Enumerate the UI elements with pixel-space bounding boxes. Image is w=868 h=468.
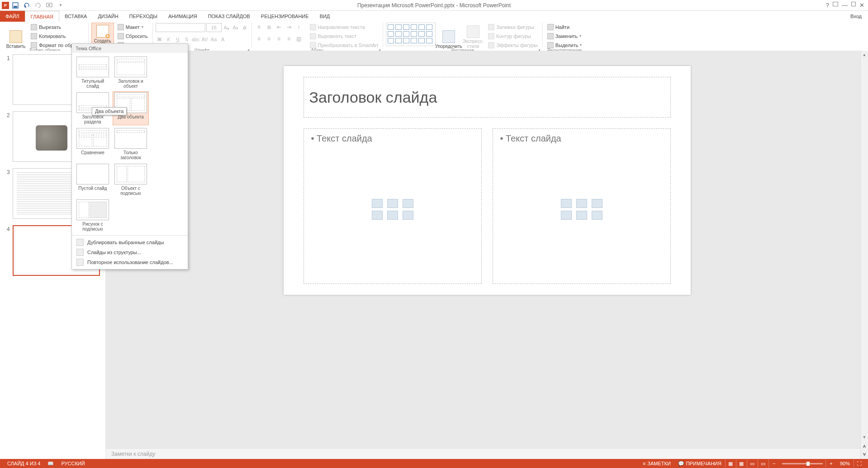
ribbon-display-button[interactable] bbox=[833, 2, 838, 6]
vertical-scrollbar[interactable]: ▲ ▼ ⮝ ⮟ bbox=[860, 51, 868, 459]
layout-title-only[interactable]: Только заголовок bbox=[113, 127, 149, 161]
start-slideshow-button[interactable] bbox=[44, 0, 54, 10]
notes-pane[interactable]: Заметки к слайду bbox=[106, 448, 868, 459]
line-spacing-button[interactable]: ↕ bbox=[294, 23, 304, 32]
reuse-slides-item[interactable]: Повторное использование слайдов... bbox=[72, 257, 188, 267]
shape-icon[interactable] bbox=[403, 38, 409, 43]
fit-to-window-button[interactable]: ⛶ bbox=[854, 459, 864, 468]
tab-design[interactable]: ДИЗАЙН bbox=[92, 11, 123, 22]
layout-title-and-content[interactable]: Заголовок и объект bbox=[113, 56, 149, 90]
increase-indent-button[interactable]: ⇥ bbox=[285, 23, 294, 32]
slide-counter[interactable]: СЛАЙД 4 ИЗ 4 bbox=[4, 461, 44, 466]
shape-icon[interactable] bbox=[388, 38, 394, 43]
shape-icon[interactable] bbox=[418, 38, 425, 43]
insert-online-picture-icon[interactable] bbox=[576, 211, 587, 220]
shape-icon[interactable] bbox=[426, 31, 432, 37]
insert-table-icon[interactable] bbox=[561, 199, 572, 208]
underline-button[interactable]: Ч bbox=[174, 35, 182, 44]
minimize-button[interactable]: — bbox=[842, 2, 848, 9]
zoom-level[interactable]: 90% bbox=[836, 461, 854, 466]
shape-icon[interactable] bbox=[411, 31, 417, 37]
shape-icon[interactable] bbox=[418, 31, 425, 37]
decrease-indent-button[interactable]: ⇤ bbox=[275, 23, 284, 32]
shape-icon[interactable] bbox=[426, 24, 432, 30]
redo-button[interactable] bbox=[33, 0, 43, 10]
help-button[interactable]: ? bbox=[826, 2, 829, 9]
insert-table-icon[interactable] bbox=[372, 199, 383, 208]
zoom-slider[interactable] bbox=[782, 463, 823, 464]
sign-in-link[interactable]: Вход bbox=[850, 11, 868, 22]
replace-button[interactable]: Заменить▾ bbox=[545, 32, 584, 40]
layout-content-with-caption[interactable]: Объект с подписью bbox=[113, 163, 149, 197]
scroll-up-icon[interactable]: ▲ bbox=[861, 51, 868, 58]
tab-home[interactable]: ГЛАВНАЯ bbox=[25, 11, 59, 22]
increase-font-button[interactable]: A▴ bbox=[223, 23, 231, 32]
close-button[interactable]: ✕ bbox=[859, 2, 864, 9]
tab-review[interactable]: РЕЦЕНЗИРОВАНИЕ bbox=[256, 11, 314, 22]
tab-animation[interactable]: АНИМАЦИЯ bbox=[163, 11, 203, 22]
insert-video-icon[interactable] bbox=[592, 211, 602, 220]
bold-button[interactable]: Ж bbox=[156, 35, 164, 44]
zoom-knob[interactable] bbox=[806, 462, 810, 466]
zoom-in-button[interactable]: + bbox=[825, 459, 836, 468]
align-left-button[interactable]: ≡ bbox=[255, 34, 264, 43]
text-direction-button[interactable]: Направление текста bbox=[308, 23, 380, 31]
qat-customize-icon[interactable]: ▼ bbox=[56, 0, 66, 10]
char-spacing-button[interactable]: AV bbox=[201, 35, 209, 44]
layout-comparison[interactable]: Сравнение bbox=[75, 127, 111, 161]
insert-picture-icon[interactable] bbox=[561, 211, 572, 220]
shape-fill-button[interactable]: Заливка фигуры bbox=[486, 23, 540, 31]
slide-canvas-area[interactable]: Заголовок слайда Текст слайда Текст слай… bbox=[106, 51, 868, 448]
save-button[interactable] bbox=[10, 0, 20, 10]
duplicate-slides-item[interactable]: Дублировать выбранные слайды bbox=[72, 237, 188, 247]
zoom-out-button[interactable]: − bbox=[768, 459, 779, 468]
slides-from-outline-item[interactable]: Слайды из структуры... bbox=[72, 247, 188, 257]
left-content-placeholder[interactable]: Текст слайда bbox=[304, 128, 482, 284]
arrange-button[interactable]: Упорядочить bbox=[437, 23, 460, 50]
insert-smartart-icon[interactable] bbox=[592, 199, 602, 208]
find-button[interactable]: Найти bbox=[545, 23, 584, 31]
comments-toggle[interactable]: 💬 ПРИМЕЧАНИЯ bbox=[674, 461, 725, 467]
shape-icon[interactable] bbox=[403, 31, 409, 37]
shape-icon[interactable] bbox=[388, 31, 394, 37]
strike-button[interactable]: S bbox=[183, 35, 191, 44]
quick-styles-button[interactable]: Экспресс-стили bbox=[462, 23, 484, 50]
tab-insert[interactable]: ВСТАВКА bbox=[59, 11, 92, 22]
layout-button[interactable]: Макет▾ bbox=[116, 23, 150, 31]
numbering-button[interactable]: ≣ bbox=[265, 23, 274, 32]
right-content-placeholder[interactable]: Текст слайда bbox=[493, 128, 671, 284]
font-size-combo[interactable]: 18 bbox=[206, 23, 222, 32]
reading-view-button[interactable]: ▭ bbox=[747, 459, 758, 468]
slide-sorter-button[interactable]: ▦ bbox=[736, 459, 747, 468]
insert-chart-icon[interactable] bbox=[576, 199, 587, 208]
tab-transitions[interactable]: ПЕРЕХОДЫ bbox=[124, 11, 163, 22]
align-right-button[interactable]: ≡ bbox=[275, 34, 284, 43]
slideshow-view-button[interactable]: ▭ bbox=[758, 459, 768, 468]
shape-icon[interactable] bbox=[395, 24, 402, 30]
cut-button[interactable]: Вырезать bbox=[29, 23, 85, 31]
tab-file[interactable]: ФАЙЛ bbox=[0, 11, 25, 22]
insert-online-picture-icon[interactable] bbox=[387, 211, 398, 220]
layout-title-slide[interactable]: Титульный слайд bbox=[75, 56, 111, 90]
shape-icon[interactable] bbox=[411, 38, 417, 43]
notes-toggle[interactable]: ≡ ЗАМЕТКИ bbox=[639, 461, 674, 466]
decrease-font-button[interactable]: A▾ bbox=[232, 23, 240, 32]
bullets-button[interactable]: ≡ bbox=[255, 23, 264, 32]
next-slide-icon[interactable]: ⮟ bbox=[861, 450, 868, 458]
insert-video-icon[interactable] bbox=[403, 211, 413, 220]
shadow-button[interactable]: abc bbox=[192, 35, 200, 44]
justify-button[interactable]: ≡ bbox=[285, 34, 294, 43]
insert-smartart-icon[interactable] bbox=[403, 199, 413, 208]
shape-icon[interactable] bbox=[403, 24, 409, 30]
shape-icon[interactable] bbox=[395, 38, 402, 43]
clear-formatting-button[interactable]: A̷ bbox=[241, 23, 249, 32]
tab-slideshow[interactable]: ПОКАЗ СЛАЙДОВ bbox=[203, 11, 256, 22]
slide[interactable]: Заголовок слайда Текст слайда Текст слай… bbox=[284, 66, 691, 295]
spellcheck-icon[interactable]: 📖 bbox=[44, 461, 57, 467]
shape-icon[interactable] bbox=[426, 38, 432, 43]
align-center-button[interactable]: ≡ bbox=[265, 34, 274, 43]
copy-button[interactable]: Копировать bbox=[29, 32, 85, 40]
font-family-combo[interactable] bbox=[156, 23, 205, 32]
shape-icon[interactable] bbox=[418, 24, 425, 30]
title-placeholder[interactable]: Заголовок слайда bbox=[304, 77, 671, 118]
